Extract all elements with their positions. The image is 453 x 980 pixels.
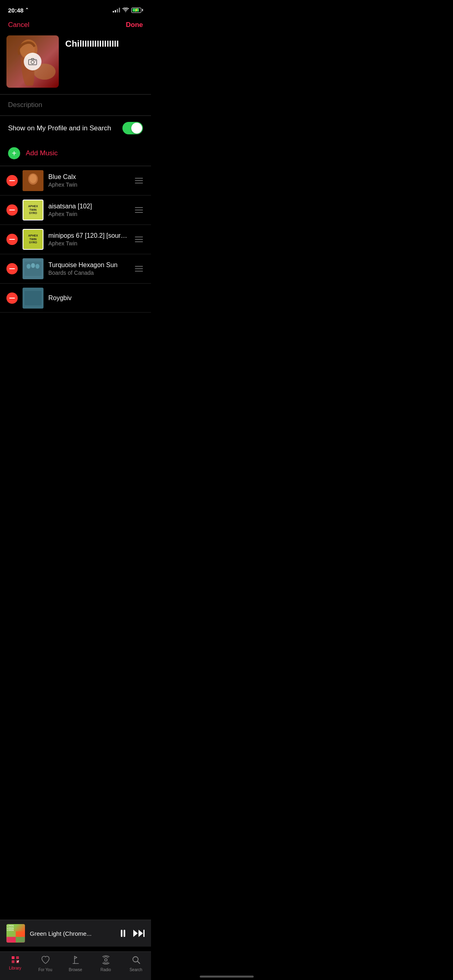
wifi-icon — [122, 8, 129, 12]
description-placeholder: Description — [8, 101, 42, 109]
add-music-row[interactable]: + Add Music — [0, 141, 151, 166]
track-cover-5 — [23, 288, 43, 309]
cancel-button[interactable]: Cancel — [8, 21, 29, 29]
signal-bars — [113, 8, 120, 12]
description-field[interactable]: Description — [0, 95, 151, 115]
track-name-5: Roygbiv — [48, 294, 145, 302]
svg-point-12 — [35, 264, 39, 269]
playlist-title[interactable]: ChilIIIIIIIIIIIIIII — [65, 35, 145, 49]
track-info-5: Roygbiv — [48, 294, 145, 302]
track-item: Turquoise Hexagon Sun Boards of Canada — [0, 254, 151, 284]
track-artist-2: Aphex Twin — [48, 211, 128, 217]
svg-point-10 — [27, 264, 31, 269]
track-name-2: aisatsana [102] — [48, 203, 128, 210]
track-info-3: minipops 67 [120.2] [source fi... Aphex … — [48, 232, 128, 247]
battery-icon: ⚡ — [131, 8, 143, 13]
remove-track-4[interactable] — [6, 263, 18, 274]
toggle-knob — [131, 123, 142, 134]
status-bar: 20:48 ⚡ — [0, 0, 151, 18]
toggle-row: Show on My Profile and in Search — [0, 115, 151, 141]
track-cover-4 — [23, 258, 43, 279]
track-cover-2: APHEX TWINSYRO — [23, 200, 43, 220]
add-music-label: Add Music — [26, 149, 58, 157]
track-cover-3: APHEX TWINSYRO — [23, 229, 43, 250]
track-name-3: minipops 67 [120.2] [source fi... — [48, 232, 128, 239]
svg-point-7 — [29, 174, 37, 183]
remove-track-5[interactable] — [6, 292, 18, 304]
location-icon — [25, 8, 29, 12]
track-name-4: Turquoise Hexagon Sun — [48, 261, 128, 269]
track-list: Blue Calx Aphex Twin APHEX TWINSYRO aisa… — [0, 166, 151, 313]
toggle-label: Show on My Profile and in Search — [8, 124, 111, 132]
track-item: APHEX TWINSYRO minipops 67 [120.2] [sour… — [0, 225, 151, 254]
track-info-4: Turquoise Hexagon Sun Boards of Canada — [48, 261, 128, 276]
track-item: APHEX TWINSYRO aisatsana [102] Aphex Twi… — [0, 196, 151, 225]
svg-rect-14 — [25, 291, 41, 305]
track-name-1: Blue Calx — [48, 173, 128, 181]
playlist-cover[interactable] — [6, 35, 59, 88]
track-item: Blue Calx Aphex Twin — [0, 166, 151, 196]
svg-point-4 — [35, 60, 36, 61]
camera-button[interactable] — [24, 53, 41, 70]
remove-track-3[interactable] — [6, 234, 18, 245]
track-info-2: aisatsana [102] Aphex Twin — [48, 203, 128, 217]
track-artist-1: Aphex Twin — [48, 181, 128, 188]
svg-point-3 — [31, 61, 34, 64]
playlist-header: ChilIIIIIIIIIIIIIII — [0, 35, 151, 94]
drag-handle-4[interactable] — [133, 264, 145, 273]
remove-track-2[interactable] — [6, 204, 18, 216]
camera-icon — [28, 58, 37, 65]
status-icons: ⚡ — [113, 8, 143, 13]
track-artist-4: Boards of Canada — [48, 270, 128, 276]
track-item-partial: Roygbiv — [0, 284, 151, 313]
drag-handle-3[interactable] — [133, 235, 145, 244]
drag-handle-1[interactable] — [133, 176, 145, 185]
remove-track-1[interactable] — [6, 175, 18, 186]
profile-search-toggle[interactable] — [122, 122, 143, 134]
drag-handle-2[interactable] — [133, 206, 145, 214]
done-button[interactable]: Done — [126, 21, 143, 29]
add-icon: + — [8, 147, 20, 159]
nav-header: Cancel Done — [0, 18, 151, 35]
svg-point-11 — [31, 263, 35, 268]
track-artist-3: Aphex Twin — [48, 240, 128, 247]
track-info-1: Blue Calx Aphex Twin — [48, 173, 128, 188]
track-cover-1 — [23, 170, 43, 191]
status-time: 20:48 — [8, 7, 29, 14]
